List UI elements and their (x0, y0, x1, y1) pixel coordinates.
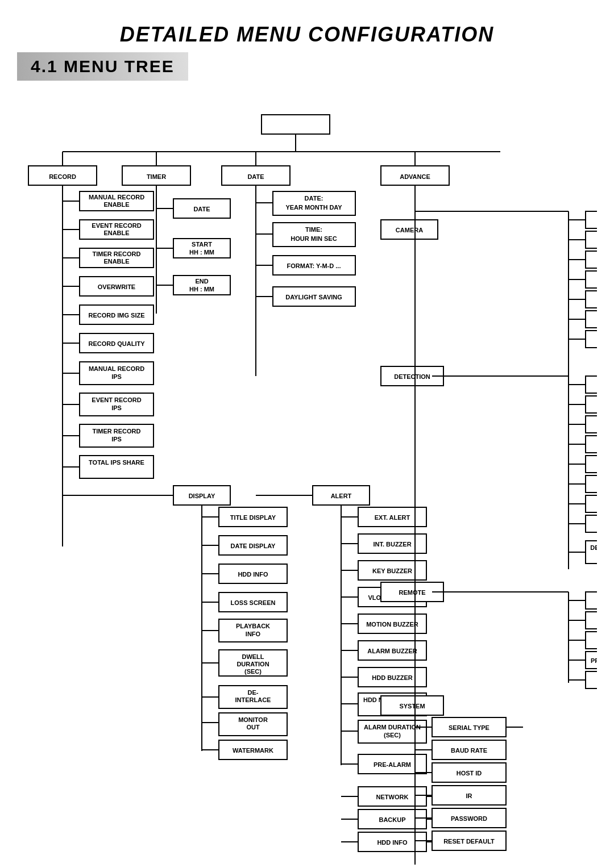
svg-text:HOUR MIN SEC: HOUR MIN SEC (291, 235, 337, 242)
svg-text:DISPLAY: DISPLAY (189, 493, 215, 499)
device-box (586, 612, 597, 629)
svg-text:DATE DISPLAY: DATE DISPLAY (231, 542, 276, 549)
manual-record-enable-label: MANUAL RECORD (89, 194, 144, 201)
ts-box (586, 475, 597, 493)
timer-label: TIMER (147, 173, 166, 180)
main-title: DETAILED MENU CONFIGURATION (17, 23, 597, 47)
svg-text:RECORD QUALITY: RECORD QUALITY (89, 340, 146, 347)
title-remote-box (586, 592, 597, 609)
svg-text:INTERLACE: INTERLACE (235, 696, 271, 703)
svg-text:EVENT RECORD: EVENT RECORD (92, 222, 141, 229)
svg-text:WATERMARK: WATERMARK (233, 747, 273, 754)
area-box (586, 416, 597, 433)
svg-text:LOSS SCREEN: LOSS SCREEN (231, 599, 276, 606)
record-label: RECORD (49, 173, 76, 180)
section-title: 4.1 MENU TREE (17, 52, 188, 81)
advance-label: ADVANCE (400, 173, 430, 180)
ss-box (586, 456, 597, 473)
svg-text:KEY BUZZER: KEY BUZZER (372, 567, 412, 574)
svg-text:EXT. ALERT: EXT. ALERT (375, 514, 410, 521)
svg-text:DETECTION: DETECTION (394, 373, 430, 380)
svg-text:ALARM BUZZER: ALARM BUZZER (367, 648, 417, 654)
svg-text:FORMAT: Y-M-D ...: FORMAT: Y-M-D ... (287, 262, 341, 269)
svg-text:HOST ID: HOST ID (457, 770, 482, 777)
svg-text:ALARM DURATION: ALARM DURATION (364, 724, 421, 731)
svg-text:IPS: IPS (111, 404, 122, 411)
svg-text:END: END (195, 278, 208, 285)
title-det-box (586, 376, 597, 393)
svg-text:PLAYBACK: PLAYBACK (236, 623, 270, 629)
re-box (586, 495, 597, 512)
svg-text:BACKUP: BACKUP (379, 816, 405, 823)
svg-text:TITLE DISPLAY: TITLE DISPLAY (230, 514, 276, 521)
svg-text:MONITOR: MONITOR (238, 716, 268, 723)
svg-text:DE-: DE- (248, 689, 259, 696)
svg-text:OVERWRITE: OVERWRITE (98, 283, 135, 290)
svg-text:DURATION: DURATION (237, 661, 269, 667)
svg-text:TIMER RECORD: TIMER RECORD (93, 251, 141, 257)
svg-text:DAYLIGHT  SAVING: DAYLIGHT SAVING (285, 294, 342, 301)
title-cam-box (586, 211, 597, 228)
tree-container: text { font-family: Arial, Helvetica, sa… (17, 98, 597, 868)
svg-text:INT. BUZZER: INT. BUZZER (373, 541, 411, 548)
svg-text:(SEC): (SEC) (384, 732, 401, 738)
svg-text:PASSWORD: PASSWORD (451, 815, 487, 822)
svg-text:YEAR MONTH DAY: YEAR MONTH DAY (285, 204, 342, 211)
svg-text:ENABLE: ENABLE (103, 229, 129, 236)
svg-text:HH : MM: HH : MM (189, 286, 214, 293)
svg-text:IPS: IPS (111, 373, 122, 380)
svg-text:IPS: IPS (111, 436, 122, 443)
svg-text:HDD INFO: HDD INFO (238, 571, 268, 578)
menu-label: MENU (287, 122, 305, 129)
svg-text:DETECTION: DETECTION (590, 544, 597, 551)
svg-text:HDD BUZZER: HDD BUZZER (372, 674, 413, 681)
svg-text:MANUAL RECORD: MANUAL RECORD (89, 365, 144, 372)
alarm-box (586, 515, 597, 532)
svg-text:BAUD RATE: BAUD RATE (451, 747, 487, 754)
svg-text:CAMERA: CAMERA (396, 227, 423, 233)
svg-text:EVENT RECORD: EVENT RECORD (92, 397, 141, 403)
svg-text:TOTAL IPS SHARE: TOTAL IPS SHARE (89, 459, 144, 466)
svg-text:DATE:: DATE: (305, 195, 323, 202)
id-box (586, 632, 597, 649)
svg-text:HDD INFO: HDD INFO (377, 839, 408, 846)
svg-text:SERIAL TYPE: SERIAL TYPE (449, 724, 489, 731)
satu-box (586, 271, 597, 288)
page: DETAILED MENU CONFIGURATION 4.1 MENU TRE… (0, 0, 614, 868)
svg-text:PRE-ALARM: PRE-ALARM (374, 761, 411, 768)
ls-box (586, 436, 597, 453)
svg-text:START: START (192, 241, 212, 248)
svg-text:TIMER RECORD: TIMER RECORD (93, 428, 141, 435)
svg-text:HH : MM: HH : MM (189, 249, 214, 256)
svg-text:DWELL: DWELL (242, 653, 264, 660)
cont-box (586, 251, 597, 268)
manual-record-enable-label2: ENABLE (103, 201, 129, 208)
svg-text:RESET DEFAULT: RESET DEFAULT (443, 838, 495, 845)
svg-text:ALERT: ALERT (331, 493, 352, 499)
svg-text:IR: IR (466, 792, 472, 799)
svg-text:INFO: INFO (246, 631, 261, 637)
svg-text:OUT: OUT (246, 724, 260, 731)
svg-text:NETWORK: NETWORK (376, 794, 409, 800)
svg-text:ENABLE: ENABLE (103, 258, 129, 265)
det-box (586, 396, 597, 413)
brig-box (586, 231, 597, 248)
svg-text:PROTOCOL: PROTOCOL (591, 657, 597, 664)
svg-text:REMOTE: REMOTE (399, 589, 425, 596)
date-label: DATE (247, 173, 264, 180)
svg-text:(SEC): (SEC) (244, 668, 262, 675)
svg-text:DATE: DATE (193, 206, 210, 212)
rec-box (586, 331, 597, 348)
svg-text:RECORD IMG SIZE: RECORD IMG SIZE (88, 312, 144, 319)
svg-text:TIME:: TIME: (305, 226, 322, 233)
hue-box (586, 291, 597, 308)
rate-box (586, 671, 597, 688)
svg-text:MOTION BUZZER: MOTION BUZZER (366, 621, 418, 628)
cov-box (586, 311, 597, 328)
svg-text:SYSTEM: SYSTEM (399, 703, 425, 710)
